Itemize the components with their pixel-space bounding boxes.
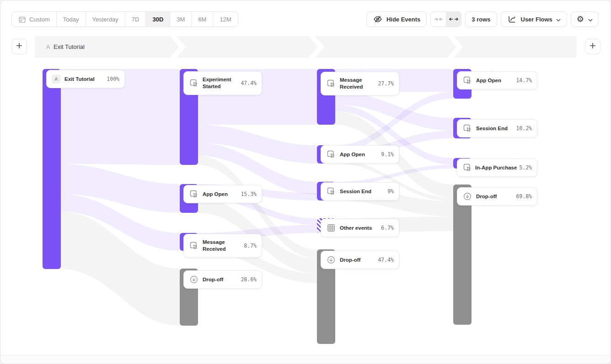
node-percent: 27.7% (378, 80, 394, 87)
date-range-6m[interactable]: 6M (192, 12, 213, 26)
rows-label: 3 rows (472, 16, 490, 23)
date-range-30d[interactable]: 30D (146, 12, 170, 26)
node-card-other-events-3[interactable]: Other events 6.7% (321, 219, 399, 237)
node-label: App Open (340, 151, 377, 158)
node-card-message-received-3[interactable]: Message Received 27.7% (321, 72, 399, 95)
node-label: Experiment Started (203, 76, 237, 90)
node-percent: 9.1% (381, 151, 394, 158)
add-step-right-button[interactable] (585, 39, 600, 54)
node-card-session-end-3[interactable]: Session End 9% (321, 182, 399, 200)
node-label: Session End (340, 188, 384, 195)
step-divider-chevron (310, 36, 325, 58)
drop-off-icon (326, 255, 336, 265)
node-label: Drop-off (476, 193, 512, 200)
chevron-down-icon (556, 16, 561, 23)
node-label: Drop-off (203, 276, 237, 283)
event-icon (189, 189, 199, 199)
chevron-down-icon (588, 15, 593, 23)
node-card-exit-tutorial[interactable]: A Exit Tutorial 100% (46, 70, 125, 88)
event-icon (462, 163, 472, 173)
node-percent: 8.7% (244, 243, 257, 249)
arrows-collapse-icon[interactable] (431, 12, 446, 26)
event-icon (189, 241, 199, 251)
add-step-left-button[interactable] (11, 39, 27, 54)
hide-events-button[interactable]: Hide Events (366, 11, 427, 27)
settings-button[interactable]: ⚙ (571, 11, 599, 27)
node-card-app-open-4[interactable]: App Open 14.7% (457, 71, 537, 90)
node-card-app-open-2[interactable]: App Open 15.3% (183, 185, 262, 203)
line-chart-icon (507, 14, 517, 24)
grid-icon (326, 223, 336, 233)
gear-icon: ⚙ (577, 15, 584, 23)
event-icon (462, 123, 472, 133)
node-percent: 14.7% (516, 77, 532, 84)
node-label: Other events (340, 225, 377, 232)
step-header-band: A Exit Tutorial (35, 36, 577, 58)
event-icon (462, 75, 472, 85)
horizontal-scrollbar-track[interactable] (1, 355, 610, 363)
node-percent: 47.4% (378, 257, 394, 263)
node-label: App Open (476, 77, 512, 84)
date-range-picker: Custom Today Yesterday 7D 30D 3M 6M 12M (11, 11, 238, 27)
node-card-drop-off-3[interactable]: Drop-off 47.4% (321, 251, 399, 269)
node-card-experiment-started[interactable]: Experiment Started 47.4% (183, 71, 262, 95)
date-range-12m[interactable]: 12M (213, 12, 237, 26)
node-percent: 10.2% (516, 125, 532, 132)
event-icon (326, 186, 336, 196)
date-range-7d[interactable]: 7D (125, 12, 146, 26)
drop-off-icon (189, 274, 199, 285)
node-percent: 100% (107, 76, 119, 82)
step-divider-chevron (171, 36, 187, 58)
step-a-badge: A (52, 74, 61, 84)
view-selector[interactable]: User Flows (501, 11, 567, 27)
node-percent: 9% (387, 188, 394, 195)
width-toggle (430, 11, 461, 27)
hide-events-label: Hide Events (386, 16, 420, 23)
node-card-drop-off-2[interactable]: Drop-off 28.6% (183, 270, 262, 289)
node-label: Message Received (340, 77, 374, 90)
flow-start-label[interactable]: A Exit Tutorial (46, 36, 85, 58)
node-label: Drop-off (340, 257, 374, 264)
node-label: Exit Tutorial (64, 76, 103, 83)
node-percent: 15.3% (241, 191, 257, 197)
flow-title: Exit Tutorial (54, 43, 85, 50)
node-card-in-app-purchase-4[interactable]: In-App Purchase 5.2% (457, 158, 537, 177)
node-label: Message Received (203, 239, 240, 253)
view-selector-label: User Flows (521, 16, 552, 23)
node-card-drop-off-4[interactable]: Drop-off 69.8% (457, 187, 537, 206)
calendar-icon (18, 16, 26, 23)
event-icon (326, 149, 336, 159)
node-percent: 28.6% (241, 276, 257, 283)
eye-off-icon (373, 14, 383, 24)
toolbar-right: Hide Events 3 rows (366, 11, 599, 27)
node-percent: 6.7% (381, 225, 394, 231)
plus-icon (16, 42, 22, 51)
user-flows-app: Custom Today Yesterday 7D 30D 3M 6M 12M … (0, 0, 611, 364)
toolbar: Custom Today Yesterday 7D 30D 3M 6M 12M … (11, 11, 599, 27)
event-icon (326, 79, 336, 89)
node-percent: 69.8% (516, 193, 532, 200)
date-range-custom[interactable]: Custom (12, 12, 57, 26)
step-divider-chevron (448, 36, 464, 58)
node-card-session-end-4[interactable]: Session End 10.2% (457, 119, 537, 137)
node-card-message-received-2[interactable]: Message Received 8.7% (183, 234, 262, 258)
date-range-label: Custom (29, 16, 50, 23)
node-bar-drop-off-4[interactable] (453, 185, 472, 325)
date-range-3m[interactable]: 3M (170, 12, 192, 26)
date-range-today[interactable]: Today (57, 12, 86, 26)
step-letter: A (46, 44, 50, 50)
arrows-expand-icon[interactable] (446, 12, 461, 26)
rows-button[interactable]: 3 rows (465, 11, 497, 27)
node-card-app-open-3[interactable]: App Open 9.1% (321, 145, 399, 164)
node-percent: 47.4% (241, 80, 257, 86)
node-label: Session End (476, 125, 512, 132)
node-percent: 5.2% (519, 164, 532, 171)
event-icon (189, 78, 199, 88)
date-range-yesterday[interactable]: Yesterday (86, 12, 125, 26)
node-label: In-App Purchase (475, 164, 516, 171)
plus-icon (590, 42, 596, 51)
node-label: App Open (203, 191, 237, 198)
drop-off-icon (462, 191, 472, 201)
node-bar-exit-tutorial[interactable] (43, 69, 61, 269)
